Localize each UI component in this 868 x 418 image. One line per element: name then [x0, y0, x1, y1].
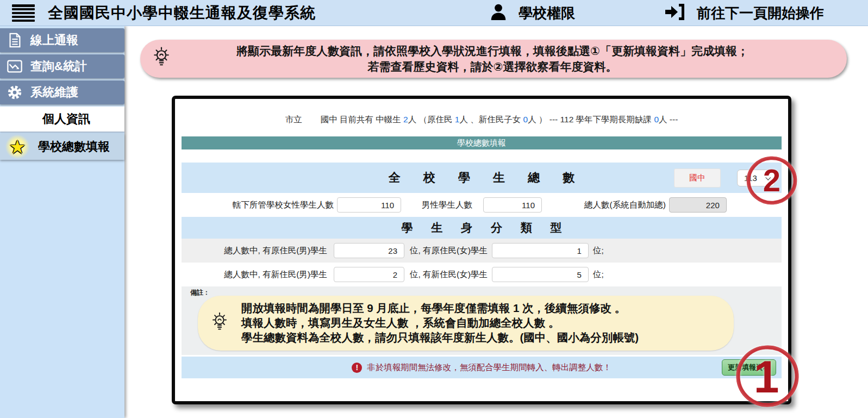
school-level-badge: 國中: [674, 169, 721, 188]
sidebar-item-label: 學校總數填報: [38, 139, 110, 155]
hamburger-menu-icon[interactable]: [12, 4, 35, 22]
update-report-button[interactable]: 更新填報資料: [722, 359, 776, 376]
male-count-input[interactable]: [483, 197, 542, 213]
lightbulb-icon: [211, 311, 228, 335]
immigrant-child-count: 0: [523, 115, 528, 124]
sidebar: 線上通報 查詢&統計 系統維護 個人資訊 ★ 學校總數填報: [0, 26, 124, 418]
warning-text: 非於填報期間無法修改，無須配合學生期間轉入、轉出調整人數！: [367, 362, 611, 373]
immigrant-female-label: 位, 有新住民(女)學生: [410, 269, 488, 280]
year-dropdown[interactable]: 113: [737, 170, 775, 186]
identity-type-band: 學 生 身 分 類 型: [182, 217, 782, 239]
star-icon: ★: [5, 135, 29, 159]
app-title: 全國國民中小學中輟生通報及復學系統: [48, 0, 316, 26]
chevron-down-icon: [765, 174, 771, 180]
section-title-bar: 學校總數填報: [182, 136, 782, 149]
sidebar-item-label: 系統維護: [30, 84, 78, 101]
report-panel: 市立國中 目前共有 中輟生 2人 （原住民 1人 、新住民子女 0人 ） ---…: [172, 96, 791, 404]
next-page-link[interactable]: 前往下一頁開始操作: [664, 0, 824, 26]
school-type: 市立: [285, 115, 302, 124]
dropout-count: 2: [403, 115, 408, 124]
immigrant-male-input[interactable]: [334, 267, 404, 282]
sidebar-item-personal-info[interactable]: 個人資訊: [0, 107, 124, 132]
panel-footer: ! 非於填報期間無法修改，無須配合學生期間轉入、轉出調整人數！ 更新填報資料: [182, 357, 782, 378]
sidebar-item-label: 線上通報: [30, 32, 78, 48]
sidebar-item-label: 查詢&統計: [30, 58, 87, 74]
notice-line-1: 將顯示最新年度人數資訊，請依照學校入學狀況進行填報，填報後點選①「更新填報資料」…: [171, 43, 814, 59]
remark-section: 備註： 開放填報時間為開學日至 9 月底止，每學年度僅需填報 1 次，後續無須修…: [182, 286, 782, 355]
immigrant-row: 總人數中, 有新住民(男)學生 位, 有新住民(女)學生 位;: [182, 263, 782, 286]
sidebar-item-online-report[interactable]: 線上通報: [0, 28, 124, 52]
notice-banner: 將顯示最新年度人數資訊，請依照學校入學狀況進行填報，填報後點選①「更新填報資料」…: [140, 40, 847, 78]
aboriginal-female-label: 位, 有原住民(女)學生: [410, 245, 488, 257]
gear-icon: [7, 84, 23, 101]
user-icon: [489, 3, 508, 23]
school-summary-line: 市立國中 目前共有 中輟生 2人 （原住民 1人 、新住民子女 0人 ） ---…: [182, 99, 782, 126]
lightbulb-icon: [152, 46, 171, 71]
chart-icon: [7, 58, 23, 74]
sidebar-item-system-maintenance[interactable]: 系統維護: [0, 80, 124, 104]
aboriginal-row: 總人數中, 有原住民(男)學生 位, 有原住民(女)學生 位;: [182, 239, 782, 263]
total-students-title: 全 校 學 生 總 數: [379, 170, 585, 186]
row-suffix: 位;: [593, 269, 604, 280]
remark-line-3: 學生總數資料為全校人數，請勿只填報該年度新生人數。(國中、國小為分別帳號): [241, 330, 719, 345]
sidebar-item-query-stats[interactable]: 查詢&統計: [0, 54, 124, 78]
year-dropdown-value: 113: [744, 173, 757, 183]
notice-text: 將顯示最新年度人數資訊，請依照學校入學狀況進行填報，填報後點選①「更新填報資料」…: [171, 43, 847, 74]
warning-message: ! 非於填報期間無法修改，無須配合學生期間轉入、轉出調整人數！: [352, 362, 611, 373]
identity-type-title: 學 生 身 分 類 型: [394, 220, 569, 235]
notice-line-2: 若需查看歷史資料，請於②選擇欲察看年度資料。: [171, 59, 814, 74]
absence-count: 0: [654, 115, 659, 124]
auto-total-input: [669, 197, 727, 213]
next-page-label: 前往下一頁開始操作: [697, 4, 824, 23]
immigrant-female-input[interactable]: [492, 267, 589, 282]
role-indicator[interactable]: 學校權限: [489, 0, 575, 26]
auto-total-label: 總人數(系統自動加總): [584, 199, 666, 211]
aboriginal-male-input[interactable]: [334, 243, 404, 258]
aboriginal-female-input[interactable]: [492, 243, 589, 258]
total-students-band: 全 校 學 生 總 數 國中 113: [182, 163, 782, 193]
female-count-input[interactable]: [337, 197, 401, 213]
total-counts-row: 轄下所管學校女性學生人數 男性學生人數 總人數(系統自動加總): [182, 193, 782, 217]
remark-line-1: 開放填報時間為開學日至 9 月底止，每學年度僅需填報 1 次，後續無須修改 。: [241, 301, 719, 315]
female-count-label: 轄下所管學校女性學生人數: [182, 199, 334, 211]
remark-label: 備註：: [190, 288, 782, 296]
male-count-label: 男性學生人數: [422, 199, 472, 211]
immigrant-male-label: 總人數中, 有新住民(男)學生: [182, 269, 327, 280]
enter-arrow-icon: [664, 3, 686, 23]
document-icon: [7, 32, 23, 48]
header-bar: 全國國民中小學中輟生通報及復學系統 學校權限 前往下一頁開始操作: [0, 0, 868, 26]
remark-line-2: 填報人數時，填寫男生及女生人數 ，系統會自動加總全校人數 。: [241, 315, 719, 330]
row-suffix: 位;: [593, 245, 604, 257]
alert-icon: !: [352, 363, 362, 373]
role-label: 學校權限: [519, 4, 575, 23]
sidebar-item-label: 個人資訊: [42, 111, 90, 127]
remark-bubble: 開放填報時間為開學日至 9 月底止，每學年度僅需填報 1 次，後續無須修改 。 …: [198, 296, 734, 351]
aboriginal-male-label: 總人數中, 有原住民(男)學生: [182, 245, 327, 257]
sidebar-item-school-total-report[interactable]: ★ 學校總數填報: [0, 134, 124, 160]
